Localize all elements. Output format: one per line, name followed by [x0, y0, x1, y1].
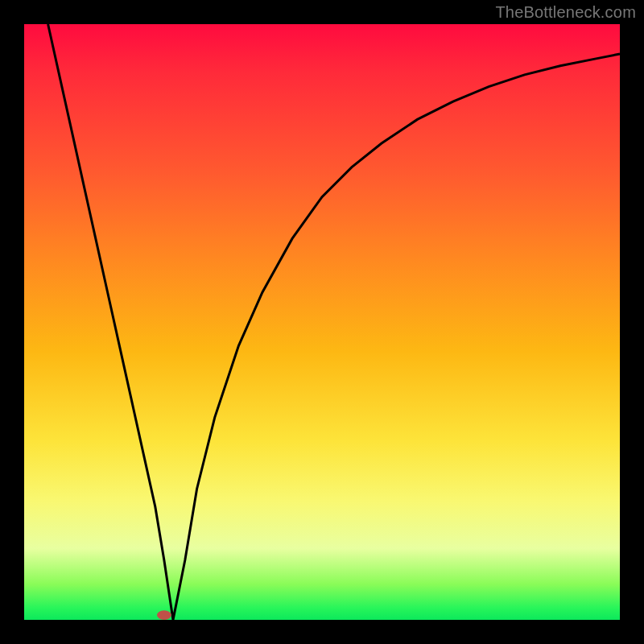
chart-frame: TheBottleneck.com [0, 0, 644, 644]
plot-area [24, 24, 620, 620]
chart-svg [24, 24, 620, 620]
watermark-label: TheBottleneck.com [495, 3, 636, 22]
minimum-marker [157, 610, 171, 620]
chart-line [48, 24, 620, 620]
